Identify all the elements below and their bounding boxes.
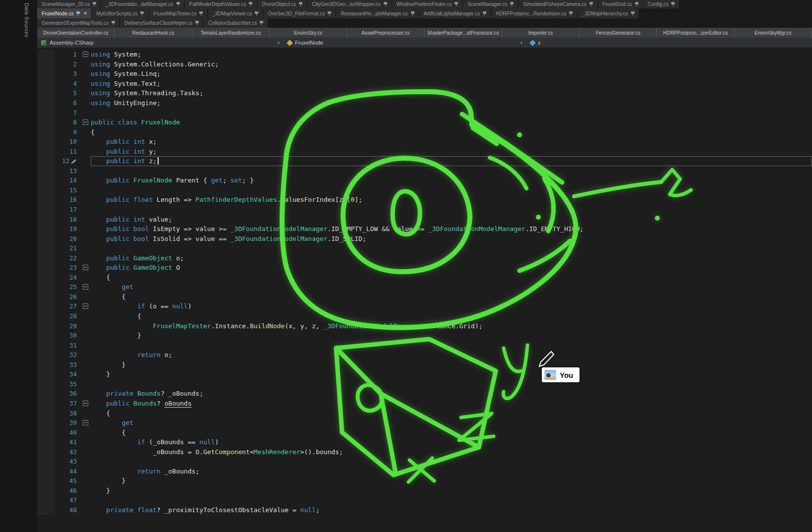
breakpoint-margin[interactable] bbox=[37, 88, 54, 98]
breakpoint-margin[interactable] bbox=[37, 292, 54, 302]
tab-envirosky-cs[interactable]: EnviroSky.cs bbox=[270, 28, 347, 38]
breakpoint-margin[interactable] bbox=[37, 321, 54, 331]
pin-icon[interactable] bbox=[140, 11, 144, 16]
code-line-1[interactable]: 1using System; bbox=[37, 50, 812, 59]
breakpoint-margin[interactable] bbox=[37, 418, 54, 428]
breakpoint-margin[interactable] bbox=[37, 146, 54, 156]
breakpoint-margin[interactable] bbox=[37, 118, 54, 127]
tab-deliverysurfaceclasshelper-cs[interactable]: DeliverySurfaceClassHelper.cs bbox=[120, 18, 204, 28]
breakpoint-margin[interactable] bbox=[37, 467, 54, 476]
breakpoint-margin[interactable] bbox=[37, 437, 54, 447]
code-line-18[interactable]: 18 public int value; bbox=[37, 214, 812, 224]
breakpoint-margin[interactable] bbox=[37, 98, 54, 108]
code-line-10[interactable]: 10 public int x; bbox=[37, 137, 812, 147]
breakpoint-margin[interactable] bbox=[37, 137, 54, 147]
tab-terrainlayerrandomizer-cs[interactable]: TerrainLayerRandomizer.cs bbox=[192, 28, 270, 38]
pin-icon[interactable] bbox=[249, 1, 252, 7]
code-line-43[interactable]: 43 bbox=[37, 457, 812, 467]
breakpoint-margin[interactable] bbox=[37, 69, 54, 79]
pin-icon[interactable] bbox=[671, 1, 675, 7]
code-line-14[interactable]: 14 public FruxelNode Parent { get; set; … bbox=[37, 176, 812, 185]
code-line-37[interactable]: 37 public Bounds? oBounds bbox=[37, 399, 812, 409]
breakpoint-margin[interactable] bbox=[37, 486, 54, 496]
code-text[interactable]: using System.Threading.Tasks; bbox=[91, 88, 812, 98]
breakpoint-margin[interactable] bbox=[37, 447, 54, 457]
code-line-40[interactable]: 40 { bbox=[37, 427, 812, 437]
code-line-13[interactable]: 13 bbox=[37, 166, 812, 176]
pin-icon[interactable] bbox=[199, 11, 203, 16]
pin-icon[interactable] bbox=[510, 1, 514, 7]
pin-icon[interactable] bbox=[411, 11, 414, 16]
tab-fruxelgrid-cs[interactable]: FruxelGrid.cs bbox=[598, 0, 643, 8]
breakpoint-margin[interactable] bbox=[37, 427, 54, 437]
member-dropdown[interactable]: z bbox=[526, 38, 545, 48]
code-line-38[interactable]: 38 { bbox=[37, 408, 812, 418]
code-text[interactable]: FruxelMapTester.Instance.BuildNode(x, y,… bbox=[91, 321, 812, 331]
breakpoint-margin[interactable] bbox=[37, 166, 54, 176]
tab-config-cs[interactable]: Config.cs bbox=[643, 0, 680, 8]
code-text[interactable]: } bbox=[91, 476, 812, 486]
pin-icon[interactable] bbox=[589, 1, 593, 7]
code-text[interactable]: { bbox=[91, 427, 812, 437]
breakpoint-margin[interactable] bbox=[37, 340, 54, 350]
tab-droneobject-cs[interactable]: DroneObject.cs bbox=[257, 0, 307, 8]
code-text[interactable]: public int y; bbox=[91, 146, 812, 156]
code-line-12[interactable]: 12 public int z; bbox=[37, 156, 812, 166]
tab-citygen3dgen-torwrapper-cs[interactable]: CityGen3DGen...torWrapper.cs bbox=[307, 0, 392, 8]
code-text[interactable]: using System.Collections.Generic; bbox=[91, 59, 812, 69]
breakpoint-margin[interactable] bbox=[37, 234, 54, 243]
code-line-24[interactable]: 24 { bbox=[37, 273, 812, 283]
tab-fruxelnode-cs[interactable]: FruxelNode.cs× bbox=[37, 8, 92, 18]
breakpoint-margin[interactable] bbox=[37, 214, 54, 224]
type-dropdown[interactable]: FruxelNode ▾ bbox=[284, 38, 526, 48]
code-line-48[interactable]: 48 private float? _proximityToClosestObs… bbox=[37, 505, 812, 515]
code-text[interactable]: } bbox=[91, 369, 812, 379]
tab-enviroskymgr-cs[interactable]: EnviroSkyMgr.cs bbox=[735, 28, 812, 38]
code-line-19[interactable]: 19 public bool IsEmpty => value >= _3DFo… bbox=[37, 224, 812, 234]
code-line-29[interactable]: 29 FruxelMapTester.Instance.BuildNode(x,… bbox=[37, 321, 812, 331]
pin-icon[interactable] bbox=[299, 1, 302, 7]
breakpoint-margin[interactable] bbox=[37, 224, 54, 234]
code-text[interactable] bbox=[91, 205, 812, 215]
code-text[interactable]: return o; bbox=[91, 350, 812, 360]
code-line-35[interactable]: 35 bbox=[37, 379, 812, 389]
breakpoint-margin[interactable] bbox=[37, 127, 54, 137]
breakpoint-margin[interactable] bbox=[37, 389, 54, 399]
code-line-5[interactable]: 5using System.Threading.Tasks; bbox=[37, 88, 812, 98]
code-text[interactable] bbox=[91, 166, 812, 176]
tab-hdrppostproc-izereditor-cs[interactable]: HDRPPostproc...izerEditor.cs bbox=[657, 28, 734, 38]
code-text[interactable]: if (_oBounds == null) bbox=[91, 437, 812, 447]
code-line-16[interactable]: 16 public float Length => PathfinderDept… bbox=[37, 195, 812, 205]
code-line-45[interactable]: 45 } bbox=[37, 476, 812, 486]
pin-icon[interactable] bbox=[176, 1, 180, 7]
fold-collapse-icon[interactable] bbox=[83, 52, 88, 57]
tab-collisionsubscriber-cs[interactable]: CollisionSubscriber.cs bbox=[204, 18, 268, 28]
tab-restaurantho-plemanager-cs[interactable]: RestaurantHo...pleManager.cs bbox=[336, 8, 419, 18]
pin-icon[interactable] bbox=[384, 1, 387, 7]
tab-windowpositionfinder-cs[interactable]: WindowPositionFinder.cs bbox=[392, 0, 464, 8]
code-text[interactable]: public int x; bbox=[91, 137, 812, 147]
code-line-34[interactable]: 34 } bbox=[37, 369, 812, 379]
breakpoint-margin[interactable] bbox=[37, 205, 54, 215]
tab--3dmapviewer-cs[interactable]: _3DMapViewer.cs bbox=[208, 8, 263, 18]
tab-simulatedfisheyecamera-cs[interactable]: SimulatedFisheyeCamera.cs bbox=[519, 0, 598, 8]
code-text[interactable]: { bbox=[91, 408, 812, 418]
code-text[interactable]: public bool IsEmpty => value >= _3DFound… bbox=[91, 224, 812, 234]
fold-collapse-icon[interactable] bbox=[83, 119, 88, 125]
tab-myeditorscripts-cs[interactable]: MyEditorScripts.cs bbox=[92, 8, 149, 18]
code-line-36[interactable]: 36 private Bounds? _oBounds; bbox=[37, 389, 812, 399]
close-icon[interactable]: × bbox=[83, 10, 87, 16]
tab-fencesgenerator-cs[interactable]: FencesGenerator.cs bbox=[580, 28, 657, 38]
breakpoint-margin[interactable] bbox=[37, 476, 54, 486]
breakpoint-margin[interactable] bbox=[37, 408, 54, 418]
code-text[interactable]: { bbox=[91, 292, 812, 302]
tab-scenemanager-02-cs[interactable]: SceneManager_02.cs bbox=[37, 0, 101, 8]
tab-restauranthook-cs[interactable]: RestaurantHook.cs bbox=[115, 28, 192, 38]
breakpoint-margin[interactable] bbox=[37, 253, 54, 263]
breakpoint-margin[interactable] bbox=[37, 156, 54, 166]
breakpoint-margin[interactable] bbox=[37, 311, 54, 321]
code-text[interactable]: } bbox=[91, 331, 812, 341]
code-text[interactable]: public int z; bbox=[91, 156, 812, 166]
code-text[interactable]: using UnityEngine; bbox=[91, 98, 812, 108]
code-line-17[interactable]: 17 bbox=[37, 205, 812, 215]
